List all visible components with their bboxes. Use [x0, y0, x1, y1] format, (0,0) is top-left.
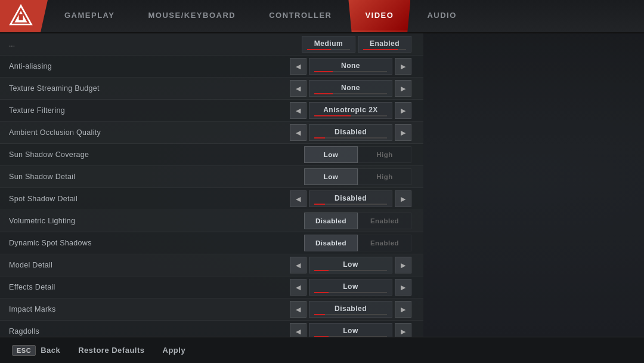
toggle-disabled-volumetric[interactable]: Disabled [304, 213, 358, 229]
nav-tabs: GAMEPLAY MOUSE/KEYBOARD CONTROLLER VIDEO… [48, 0, 644, 32]
svg-rect-2 [19, 14, 23, 21]
restore-label: Restore Defaults [78, 346, 144, 355]
logo-area [0, 0, 48, 32]
tab-mouse-keyboard[interactable]: MOUSE/KEYBOARD [131, 0, 252, 32]
toggle-enabled-dynamic[interactable]: Enabled [358, 235, 411, 251]
control-sun-shadow-detail: Low High [304, 168, 411, 185]
control-ragdolls: ◀ Low ▶ [290, 323, 411, 337]
arrow-left-anti-aliasing[interactable]: ◀ [290, 58, 306, 75]
toggle-enabled-volumetric[interactable]: Enabled [358, 213, 411, 229]
toggle-high-sun-coverage[interactable]: High [358, 146, 411, 163]
row-impact-marks: Impact Marks ◀ Disabled ▶ [0, 299, 423, 321]
control-sun-shadow-coverage: Low High [304, 146, 411, 163]
tab-video[interactable]: VIDEO [348, 0, 410, 32]
label-volumetric-lighting: Volumetric Lighting [9, 217, 304, 225]
label-ragdolls: Ragdolls [9, 327, 290, 336]
value-ragdolls: Low [309, 323, 392, 337]
toggle-low-sun-detail[interactable]: Low [304, 168, 358, 185]
tab-gameplay[interactable]: GAMEPLAY [48, 0, 131, 32]
top-nav: GAMEPLAY MOUSE/KEYBOARD CONTROLLER VIDEO… [0, 0, 644, 33]
value-texture-streaming: None [309, 80, 392, 97]
label-anti-aliasing: Anti-aliasing [9, 62, 290, 70]
tab-audio[interactable]: AUDIO [410, 0, 473, 32]
control-ambient-occlusion: ◀ Disabled ▶ [290, 124, 411, 141]
control-dynamic-spot-shadows: Disabled Enabled [304, 235, 411, 251]
partial-values: Medium Enabled [302, 36, 411, 53]
row-spot-shadow-detail: Spot Shadow Detail ◀ Disabled ▶ [0, 188, 423, 210]
arrow-right-effects-detail[interactable]: ▶ [395, 279, 411, 296]
arrow-right-texture-filtering[interactable]: ▶ [395, 102, 411, 119]
label-spot-shadow-detail: Spot Shadow Detail [9, 195, 290, 203]
row-volumetric-lighting: Volumetric Lighting Disabled Enabled [0, 210, 423, 232]
label-sun-shadow-detail: Sun Shadow Detail [9, 173, 304, 181]
arrow-left-ragdolls[interactable]: ◀ [290, 323, 306, 337]
row-model-detail: Model Detail ◀ Low ▶ [0, 254, 423, 276]
arrow-left-model-detail[interactable]: ◀ [290, 257, 306, 273]
toggle-disabled-dynamic[interactable]: Disabled [304, 235, 358, 251]
label-dynamic-spot-shadows: Dynamic Spot Shadows [9, 239, 304, 247]
back-label: Back [41, 346, 60, 355]
esc-key-badge: ESC [12, 345, 36, 356]
label-sun-shadow-coverage: Sun Shadow Coverage [9, 150, 304, 159]
apply-label: Apply [163, 346, 186, 355]
settings-scroll[interactable]: ... Medium Enabled Anti-aliasi [0, 33, 423, 337]
settings-panel: ... Medium Enabled Anti-aliasi [0, 33, 423, 337]
partial-label: ... [9, 40, 302, 48]
label-texture-filtering: Texture Filtering [9, 106, 290, 115]
arrow-left-texture-filtering[interactable]: ◀ [290, 102, 306, 119]
apply-action[interactable]: Apply [163, 346, 186, 355]
control-impact-marks: ◀ Disabled ▶ [290, 301, 411, 318]
label-model-detail: Model Detail [9, 261, 290, 269]
arrow-right-model-detail[interactable]: ▶ [395, 257, 411, 273]
toggle-low-sun-coverage[interactable]: Low [304, 146, 358, 163]
row-sun-shadow-detail: Sun Shadow Detail Low High [0, 166, 423, 188]
value-ambient-occlusion: Disabled [309, 124, 392, 141]
control-model-detail: ◀ Low ▶ [290, 257, 411, 273]
partial-val2: Enabled [358, 36, 411, 53]
arrow-right-anti-aliasing[interactable]: ▶ [395, 58, 411, 75]
partial-val1: Medium [302, 36, 355, 53]
arrow-left-ambient-occlusion[interactable]: ◀ [290, 124, 306, 141]
value-spot-shadow-detail: Disabled [309, 190, 392, 207]
arrow-left-impact-marks[interactable]: ◀ [290, 301, 306, 318]
row-texture-filtering: Texture Filtering ◀ Anisotropic 2X ▶ [0, 100, 423, 122]
label-ambient-occlusion: Ambient Occlusion Quality [9, 128, 290, 137]
value-effects-detail: Low [309, 279, 392, 296]
row-ragdolls: Ragdolls ◀ Low ▶ [0, 321, 423, 337]
arrow-left-spot-shadow[interactable]: ◀ [290, 190, 306, 207]
back-action[interactable]: ESC Back [12, 345, 60, 356]
control-texture-filtering: ◀ Anisotropic 2X ▶ [290, 102, 411, 119]
row-effects-detail: Effects Detail ◀ Low ▶ [0, 276, 423, 299]
tab-controller[interactable]: CONTROLLER [252, 0, 348, 32]
control-texture-streaming: ◀ None ▶ [290, 80, 411, 97]
content-area: ... Medium Enabled Anti-aliasi [0, 33, 644, 337]
control-spot-shadow-detail: ◀ Disabled ▶ [290, 190, 411, 207]
value-impact-marks: Disabled [309, 301, 392, 318]
control-anti-aliasing: ◀ None ▶ [290, 58, 411, 75]
arrow-left-effects-detail[interactable]: ◀ [290, 279, 306, 296]
app-container: GAMEPLAY MOUSE/KEYBOARD CONTROLLER VIDEO… [0, 0, 644, 363]
toggle-high-sun-detail[interactable]: High [358, 168, 411, 185]
side-area [423, 33, 644, 337]
control-effects-detail: ◀ Low ▶ [290, 279, 411, 296]
arrow-right-impact-marks[interactable]: ▶ [395, 301, 411, 318]
value-model-detail: Low [309, 257, 392, 273]
arrow-right-texture-streaming[interactable]: ▶ [395, 80, 411, 97]
row-dynamic-spot-shadows: Dynamic Spot Shadows Disabled Enabled [0, 232, 423, 254]
row-ambient-occlusion: Ambient Occlusion Quality ◀ Disabled ▶ [0, 122, 423, 144]
row-anti-aliasing: Anti-aliasing ◀ None ▶ [0, 56, 423, 78]
apex-logo [8, 4, 33, 29]
arrow-right-ragdolls[interactable]: ▶ [395, 323, 411, 337]
value-anti-aliasing: None [309, 58, 392, 75]
partial-row: ... Medium Enabled [0, 33, 423, 56]
arrow-left-texture-streaming[interactable]: ◀ [290, 80, 306, 97]
value-texture-filtering: Anisotropic 2X [309, 102, 392, 119]
label-effects-detail: Effects Detail [9, 283, 290, 291]
label-texture-streaming: Texture Streaming Budget [9, 84, 290, 93]
row-sun-shadow-coverage: Sun Shadow Coverage Low High [0, 144, 423, 166]
restore-defaults-action[interactable]: Restore Defaults [78, 346, 144, 355]
arrow-right-spot-shadow[interactable]: ▶ [395, 190, 411, 207]
arrow-right-ambient-occlusion[interactable]: ▶ [395, 124, 411, 141]
control-volumetric-lighting: Disabled Enabled [304, 213, 411, 229]
label-impact-marks: Impact Marks [9, 305, 290, 313]
